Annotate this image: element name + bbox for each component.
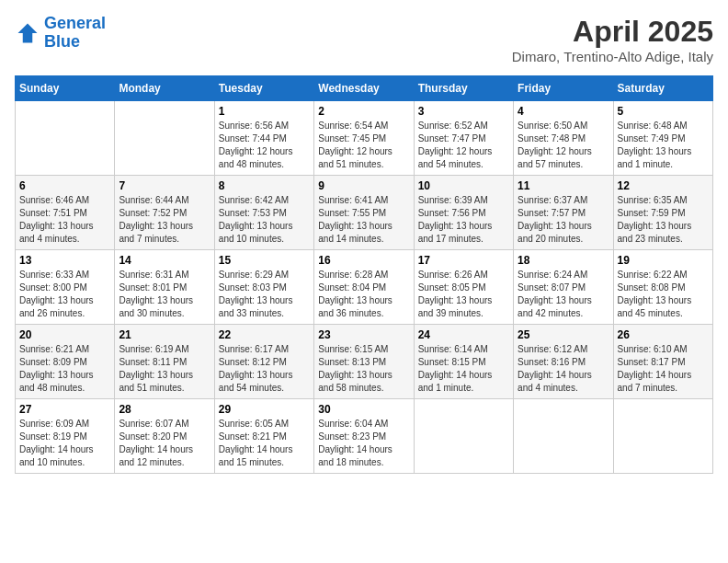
calendar-cell: 27Sunrise: 6:09 AM Sunset: 8:19 PM Dayli… xyxy=(16,399,115,474)
day-number: 8 xyxy=(219,179,310,192)
day-number: 5 xyxy=(618,105,709,118)
day-detail: Sunrise: 6:26 AM Sunset: 8:05 PM Dayligh… xyxy=(418,269,509,320)
day-detail: Sunrise: 6:35 AM Sunset: 7:59 PM Dayligh… xyxy=(618,194,709,246)
calendar-cell: 22Sunrise: 6:17 AM Sunset: 8:12 PM Dayli… xyxy=(214,325,313,399)
day-detail: Sunrise: 6:33 AM Sunset: 8:00 PM Dayligh… xyxy=(19,269,110,320)
day-detail: Sunrise: 6:46 AM Sunset: 7:51 PM Dayligh… xyxy=(19,194,110,246)
day-detail: Sunrise: 6:29 AM Sunset: 8:03 PM Dayligh… xyxy=(219,269,310,320)
day-detail: Sunrise: 6:24 AM Sunset: 8:07 PM Dayligh… xyxy=(518,269,609,320)
calendar-cell: 20Sunrise: 6:21 AM Sunset: 8:09 PM Dayli… xyxy=(16,325,115,399)
day-number: 9 xyxy=(318,179,409,192)
day-header-friday: Friday xyxy=(514,76,613,101)
day-number: 2 xyxy=(318,105,409,118)
calendar-cell: 23Sunrise: 6:15 AM Sunset: 8:13 PM Dayli… xyxy=(314,325,414,399)
day-detail: Sunrise: 6:50 AM Sunset: 7:48 PM Dayligh… xyxy=(518,120,609,171)
calendar-cell xyxy=(613,399,712,474)
day-detail: Sunrise: 6:04 AM Sunset: 8:23 PM Dayligh… xyxy=(318,418,409,469)
calendar-cell: 21Sunrise: 6:19 AM Sunset: 8:11 PM Dayli… xyxy=(115,325,214,399)
day-detail: Sunrise: 6:42 AM Sunset: 7:53 PM Dayligh… xyxy=(219,194,310,246)
day-number: 25 xyxy=(518,328,609,341)
calendar-week-1: 1Sunrise: 6:56 AM Sunset: 7:44 PM Daylig… xyxy=(16,101,713,176)
calendar-cell: 14Sunrise: 6:31 AM Sunset: 8:01 PM Dayli… xyxy=(115,250,214,325)
calendar-cell: 7Sunrise: 6:44 AM Sunset: 7:52 PM Daylig… xyxy=(115,176,214,250)
day-detail: Sunrise: 6:05 AM Sunset: 8:21 PM Dayligh… xyxy=(219,418,310,469)
day-detail: Sunrise: 6:14 AM Sunset: 8:15 PM Dayligh… xyxy=(418,343,509,395)
day-number: 30 xyxy=(318,403,409,416)
calendar-cell: 15Sunrise: 6:29 AM Sunset: 8:03 PM Dayli… xyxy=(214,250,313,325)
day-detail: Sunrise: 6:10 AM Sunset: 8:17 PM Dayligh… xyxy=(618,343,709,395)
day-number: 20 xyxy=(19,328,110,341)
day-number: 7 xyxy=(119,179,210,192)
logo-line1: General xyxy=(44,14,106,32)
day-number: 18 xyxy=(518,254,609,267)
day-header-thursday: Thursday xyxy=(414,76,513,101)
day-number: 4 xyxy=(518,105,609,118)
calendar-cell: 13Sunrise: 6:33 AM Sunset: 8:00 PM Dayli… xyxy=(16,250,115,325)
day-number: 24 xyxy=(418,328,509,341)
calendar-cell: 3Sunrise: 6:52 AM Sunset: 7:47 PM Daylig… xyxy=(414,101,513,176)
day-number: 6 xyxy=(19,179,110,192)
day-detail: Sunrise: 6:09 AM Sunset: 8:19 PM Dayligh… xyxy=(19,418,110,469)
svg-marker-0 xyxy=(18,23,38,42)
day-detail: Sunrise: 6:44 AM Sunset: 7:52 PM Dayligh… xyxy=(119,194,210,246)
logo-line2: Blue xyxy=(44,32,80,51)
day-detail: Sunrise: 6:41 AM Sunset: 7:55 PM Dayligh… xyxy=(318,194,409,246)
logo-icon xyxy=(15,20,40,46)
calendar-cell: 6Sunrise: 6:46 AM Sunset: 7:51 PM Daylig… xyxy=(16,176,115,250)
day-number: 10 xyxy=(418,179,509,192)
day-header-wednesday: Wednesday xyxy=(314,76,414,101)
day-header-saturday: Saturday xyxy=(613,76,712,101)
calendar-cell: 29Sunrise: 6:05 AM Sunset: 8:21 PM Dayli… xyxy=(214,399,313,474)
calendar-cell: 8Sunrise: 6:42 AM Sunset: 7:53 PM Daylig… xyxy=(214,176,313,250)
day-number: 17 xyxy=(418,254,509,267)
calendar-cell: 25Sunrise: 6:12 AM Sunset: 8:16 PM Dayli… xyxy=(514,325,613,399)
day-detail: Sunrise: 6:21 AM Sunset: 8:09 PM Dayligh… xyxy=(19,343,110,395)
day-detail: Sunrise: 6:22 AM Sunset: 8:08 PM Dayligh… xyxy=(618,269,709,320)
day-number: 21 xyxy=(119,328,210,341)
calendar-week-4: 20Sunrise: 6:21 AM Sunset: 8:09 PM Dayli… xyxy=(16,325,713,399)
day-detail: Sunrise: 6:07 AM Sunset: 8:20 PM Dayligh… xyxy=(119,418,210,469)
calendar-cell xyxy=(514,399,613,474)
calendar-week-2: 6Sunrise: 6:46 AM Sunset: 7:51 PM Daylig… xyxy=(16,176,713,250)
day-detail: Sunrise: 6:54 AM Sunset: 7:45 PM Dayligh… xyxy=(318,120,409,171)
day-detail: Sunrise: 6:39 AM Sunset: 7:56 PM Dayligh… xyxy=(418,194,509,246)
day-header-monday: Monday xyxy=(115,76,214,101)
calendar-cell: 2Sunrise: 6:54 AM Sunset: 7:45 PM Daylig… xyxy=(314,101,414,176)
calendar-cell: 1Sunrise: 6:56 AM Sunset: 7:44 PM Daylig… xyxy=(214,101,313,176)
calendar-cell xyxy=(16,101,115,176)
day-detail: Sunrise: 6:12 AM Sunset: 8:16 PM Dayligh… xyxy=(518,343,609,395)
day-number: 15 xyxy=(219,254,310,267)
day-detail: Sunrise: 6:37 AM Sunset: 7:57 PM Dayligh… xyxy=(518,194,609,246)
day-number: 26 xyxy=(618,328,709,341)
logo-text: General Blue xyxy=(44,15,106,52)
day-number: 12 xyxy=(618,179,709,192)
day-number: 27 xyxy=(19,403,110,416)
calendar-cell: 12Sunrise: 6:35 AM Sunset: 7:59 PM Dayli… xyxy=(613,176,712,250)
calendar-cell: 17Sunrise: 6:26 AM Sunset: 8:05 PM Dayli… xyxy=(414,250,513,325)
day-detail: Sunrise: 6:17 AM Sunset: 8:12 PM Dayligh… xyxy=(219,343,310,395)
location-subtitle: Dimaro, Trentino-Alto Adige, Italy xyxy=(512,49,713,64)
calendar-cell: 5Sunrise: 6:48 AM Sunset: 7:49 PM Daylig… xyxy=(613,101,712,176)
calendar-cell: 10Sunrise: 6:39 AM Sunset: 7:56 PM Dayli… xyxy=(414,176,513,250)
day-header-tuesday: Tuesday xyxy=(214,76,313,101)
calendar-cell: 9Sunrise: 6:41 AM Sunset: 7:55 PM Daylig… xyxy=(314,176,414,250)
page-header: General Blue April 2025 Dimaro, Trentino… xyxy=(15,15,713,64)
calendar-cell xyxy=(414,399,513,474)
calendar-cell: 16Sunrise: 6:28 AM Sunset: 8:04 PM Dayli… xyxy=(314,250,414,325)
calendar-week-5: 27Sunrise: 6:09 AM Sunset: 8:19 PM Dayli… xyxy=(16,399,713,474)
calendar-table: SundayMondayTuesdayWednesdayThursdayFrid… xyxy=(15,75,713,474)
day-detail: Sunrise: 6:19 AM Sunset: 8:11 PM Dayligh… xyxy=(119,343,210,395)
day-number: 14 xyxy=(119,254,210,267)
calendar-cell: 11Sunrise: 6:37 AM Sunset: 7:57 PM Dayli… xyxy=(514,176,613,250)
day-number: 22 xyxy=(219,328,310,341)
day-detail: Sunrise: 6:56 AM Sunset: 7:44 PM Dayligh… xyxy=(219,120,310,171)
calendar-cell xyxy=(115,101,214,176)
day-detail: Sunrise: 6:28 AM Sunset: 8:04 PM Dayligh… xyxy=(318,269,409,320)
day-number: 23 xyxy=(318,328,409,341)
day-number: 19 xyxy=(618,254,709,267)
day-number: 11 xyxy=(518,179,609,192)
calendar-cell: 28Sunrise: 6:07 AM Sunset: 8:20 PM Dayli… xyxy=(115,399,214,474)
calendar-cell: 4Sunrise: 6:50 AM Sunset: 7:48 PM Daylig… xyxy=(514,101,613,176)
day-detail: Sunrise: 6:31 AM Sunset: 8:01 PM Dayligh… xyxy=(119,269,210,320)
day-number: 1 xyxy=(219,105,310,118)
